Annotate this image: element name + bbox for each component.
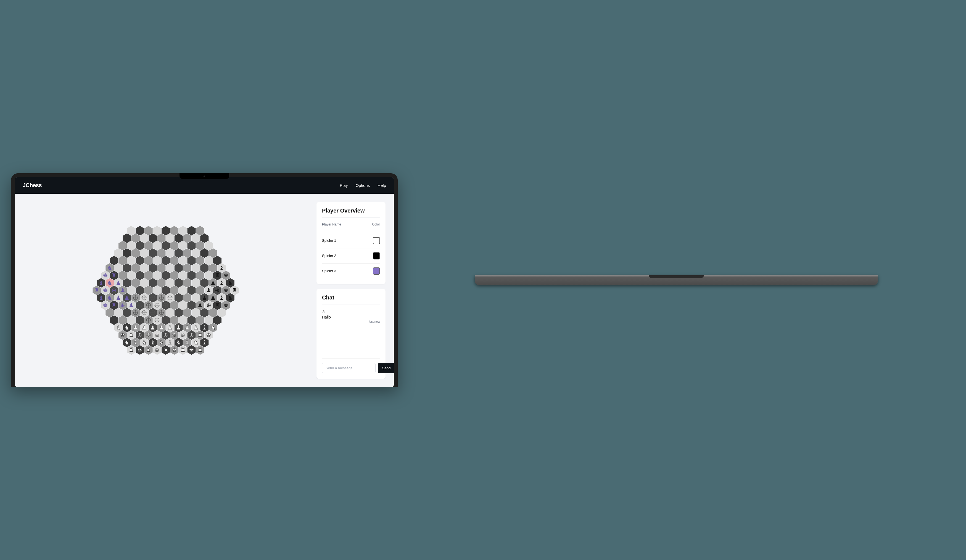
hex-cell[interactable] (145, 226, 153, 236)
hex-cell[interactable] (118, 241, 127, 251)
hex-cell[interactable] (179, 226, 187, 236)
hex-cell[interactable] (127, 315, 135, 325)
hex-cell[interactable] (170, 226, 178, 236)
nav-play[interactable]: Play (340, 183, 348, 188)
chess-piece[interactable]: ⊕ (163, 331, 168, 338)
hex-cell[interactable] (170, 255, 178, 265)
hex-cell[interactable] (123, 248, 131, 258)
hex-cell[interactable] (145, 255, 153, 265)
chess-piece[interactable]: ♞ (210, 324, 216, 331)
hex-cell[interactable] (174, 308, 183, 318)
hex-cell[interactable] (149, 248, 157, 258)
chess-piece[interactable]: ♝ (219, 294, 224, 301)
chess-piece[interactable]: ♟ (120, 287, 125, 293)
hex-cell[interactable] (187, 285, 196, 295)
hex-cell[interactable] (127, 270, 135, 280)
chess-piece[interactable]: ♚ (103, 272, 108, 278)
chess-piece[interactable]: ♟ (124, 294, 130, 301)
hex-cell[interactable] (157, 248, 166, 258)
chess-piece[interactable]: ♞ (107, 279, 112, 286)
hex-cell[interactable] (118, 255, 127, 265)
chess-piece[interactable]: ♜ (232, 287, 237, 293)
chess-piece[interactable]: ♚ (189, 346, 194, 353)
chess-piece[interactable]: ♝ (184, 339, 190, 345)
nav-options[interactable]: Options (355, 183, 370, 188)
hex-cell[interactable] (174, 233, 183, 243)
hex-cell[interactable] (187, 315, 196, 325)
hex-cell[interactable] (110, 315, 118, 325)
hex-cell[interactable] (205, 270, 213, 280)
hex-cell[interactable] (187, 241, 196, 251)
hex-cell[interactable] (192, 233, 200, 243)
chess-piece[interactable]: ♚ (137, 346, 143, 353)
hex-cell[interactable] (187, 255, 196, 265)
hex-cell[interactable] (174, 293, 183, 303)
hex-cell[interactable] (105, 308, 114, 318)
hex-cell[interactable] (183, 248, 191, 258)
hex-cell[interactable] (179, 255, 187, 265)
chess-piece[interactable]: ⊕ (189, 331, 194, 338)
hex-cell[interactable] (170, 241, 178, 251)
hex-cell[interactable] (205, 315, 213, 325)
hex-cell[interactable] (196, 285, 204, 295)
hex-cell[interactable] (123, 263, 131, 273)
chat-input[interactable] (322, 363, 376, 373)
chess-piece[interactable]: ♜ (129, 346, 134, 353)
hex-cell[interactable] (123, 233, 131, 243)
hex-cell[interactable] (136, 226, 144, 236)
chess-piece[interactable]: ♟ (202, 294, 207, 301)
hex-cell[interactable] (140, 278, 148, 288)
chess-piece[interactable]: ♝ (99, 294, 104, 301)
chess-piece[interactable]: ♜ (197, 331, 203, 338)
hex-cell[interactable] (205, 241, 213, 251)
chess-piece[interactable]: ♝ (150, 339, 156, 345)
chess-piece[interactable]: ⊕ (137, 331, 142, 338)
hex-cell[interactable] (187, 270, 196, 280)
chess-piece[interactable]: ⊕ (112, 287, 117, 293)
hex-cell[interactable] (187, 226, 196, 236)
chess-piece[interactable]: ♝ (133, 339, 138, 345)
hex-cell[interactable] (161, 270, 170, 280)
chess-piece[interactable]: ♟ (116, 279, 121, 286)
chess-piece[interactable]: ♜ (94, 287, 99, 293)
chess-piece[interactable]: ♞ (124, 324, 130, 331)
hex-cell[interactable] (196, 315, 204, 325)
hex-cell[interactable] (205, 255, 213, 265)
hex-cell[interactable] (209, 308, 217, 318)
hex-cell[interactable] (166, 263, 174, 273)
hex-cell[interactable] (136, 241, 144, 251)
hex-cell[interactable] (153, 255, 161, 265)
hex-cell[interactable] (118, 315, 127, 325)
chess-piece[interactable]: ⊕ (215, 287, 220, 293)
hex-cell[interactable] (218, 308, 226, 318)
hex-cell[interactable] (140, 263, 148, 273)
hex-cell[interactable] (200, 248, 209, 258)
chess-piece[interactable]: ⊕ (120, 302, 125, 308)
chess-piece[interactable]: ♝ (168, 339, 172, 345)
chess-piece[interactable]: ♟ (206, 287, 211, 293)
chess-piece[interactable]: ♟ (129, 302, 134, 308)
hex-cell[interactable] (145, 241, 153, 251)
hex-cell[interactable] (179, 315, 187, 325)
chess-piece[interactable]: ♟ (116, 294, 121, 301)
hex-cell[interactable] (183, 278, 191, 288)
send-button[interactable]: Send (378, 363, 394, 373)
player-row[interactable]: Spieler 2 (322, 248, 380, 263)
hex-cell[interactable] (161, 241, 170, 251)
hex-board[interactable]: ♞♝♚♜♜♚♝♞♟♟♝♞♜♚⊕♟♟⊕♚♜♝♞♟♟♟♟♝♞♚♜⊕♟♟⊕♜♚♝♞♟♟… (82, 217, 250, 364)
hex-cell[interactable] (174, 278, 183, 288)
hex-cell[interactable] (136, 285, 144, 295)
hex-cell[interactable] (157, 278, 166, 288)
chess-piece[interactable]: ♞ (159, 339, 164, 345)
hex-cell[interactable] (183, 263, 191, 273)
chess-piece[interactable]: ⊕ (154, 331, 159, 338)
chess-piece[interactable]: ♝ (116, 324, 121, 331)
chess-piece[interactable]: ♜ (111, 272, 117, 278)
hex-cell[interactable] (209, 248, 217, 258)
hex-cell[interactable] (157, 233, 166, 243)
chess-piece[interactable]: ♟ (159, 324, 164, 331)
chess-piece[interactable]: ♝ (219, 264, 224, 271)
hex-cell[interactable] (127, 255, 135, 265)
player-row[interactable]: Spieler 3 (322, 263, 380, 278)
hex-cell[interactable] (110, 255, 118, 265)
